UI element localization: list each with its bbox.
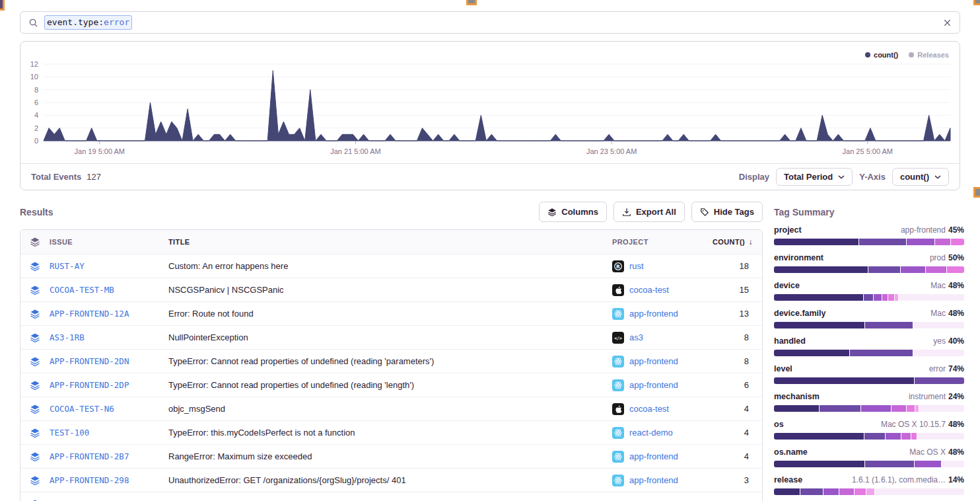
legend-item[interactable]: Releases [909,51,949,59]
issue-link[interactable]: APP-FRONTEND-2DN [50,356,129,366]
tag-bar-segment[interactable] [774,405,819,412]
issue-stack-icon[interactable] [20,428,50,438]
tag-bar-segment[interactable] [875,488,964,495]
project-link[interactable]: cocoa-test [629,404,669,414]
tag-bar-segment[interactable] [913,322,964,328]
issue-stack-icon[interactable] [20,380,50,391]
project-link[interactable]: app-frontend [629,451,678,461]
tag-bar-segment[interactable] [864,433,885,440]
issue-link[interactable]: TEST-100 [50,428,89,438]
issue-link[interactable]: COCOA-TEST-MB [50,285,114,295]
tag-bar-segment[interactable] [917,433,964,440]
issue-link[interactable]: RUST-AY [50,261,85,271]
project-link[interactable]: rust [629,261,644,271]
issue-link[interactable]: COCOA-TEST-N6 [50,404,114,414]
tag-bar-segment[interactable] [774,488,800,495]
export-all-button[interactable]: Export All [613,202,685,222]
tag-distribution-bar[interactable] [774,350,964,356]
tag-bar-segment[interactable] [874,294,881,301]
tag-distribution-bar[interactable] [774,461,964,467]
project-link[interactable]: app-frontend [629,309,678,319]
issue-link[interactable]: APP-FRONTEND-12A [50,309,129,319]
tag-bar-segment[interactable] [919,405,964,412]
tag-bar-segment[interactable] [907,239,935,245]
tag-bar-segment[interactable] [865,322,913,328]
project-link[interactable]: app-frontend [629,380,678,390]
tag-bar-segment[interactable] [886,433,901,440]
tag-bar-segment[interactable] [942,461,964,467]
legend-item[interactable]: count() [865,51,898,59]
tag-bar-segment[interactable] [888,294,893,301]
tag-distribution-bar[interactable] [774,239,964,245]
tag-bar-segment[interactable] [895,294,899,301]
tag-bar-segment[interactable] [839,488,855,495]
tag-distribution-bar[interactable] [774,322,964,328]
issue-stack-icon[interactable] [20,451,50,462]
tag-distribution-bar[interactable] [774,377,964,384]
tag-bar-segment[interactable] [774,350,849,356]
issue-stack-icon[interactable] [20,332,50,343]
tag-distribution-bar[interactable] [774,294,964,301]
tag-bar-segment[interactable] [800,488,823,495]
issue-link[interactable]: APP-FRONTEND-2DP [50,380,129,390]
issue-stack-icon[interactable] [20,356,50,367]
issue-stack-icon[interactable] [20,475,50,486]
tag-bar-segment[interactable] [892,405,907,412]
tag-bar-segment[interactable] [859,239,906,245]
tag-bar-segment[interactable] [913,350,964,356]
issue-link[interactable]: APP-FRONTEND-2B7 [50,451,129,461]
issue-stack-icon[interactable] [20,261,50,272]
issue-link[interactable]: APP-FRONTEND-298 [50,475,129,485]
project-link[interactable]: app-frontend [629,475,678,485]
hide-tags-button[interactable]: Hide Tags [691,202,763,222]
tag-bar-segment[interactable] [855,488,866,495]
resize-handle[interactable] [973,187,980,198]
tag-bar-segment[interactable] [882,294,888,301]
issue-link[interactable]: AS3-1RB [50,332,85,342]
resize-handle[interactable] [466,0,477,5]
tag-bar-segment[interactable] [935,239,950,245]
events-area-chart[interactable]: 024681012Jan 19 5:00 AMJan 21 5:00 AMJan… [20,42,960,164]
tag-bar-segment[interactable] [774,377,914,384]
resize-handle[interactable] [973,0,980,5]
tag-bar-segment[interactable] [947,266,964,273]
issue-stack-icon[interactable] [20,309,50,319]
column-header-count[interactable]: COUNT() ↓ [708,237,762,247]
tag-bar-segment[interactable] [901,433,911,440]
tag-bar-segment[interactable] [865,461,914,467]
tag-bar-segment[interactable] [907,405,914,412]
tag-bar-segment[interactable] [820,405,860,412]
column-header-issue[interactable]: ISSUE [50,238,168,246]
resize-handle[interactable] [0,0,5,11]
tag-bar-segment[interactable] [915,405,919,412]
tag-distribution-bar[interactable] [774,433,964,440]
issue-stack-icon[interactable] [20,499,50,501]
tag-bar-segment[interactable] [915,461,941,467]
column-header-project[interactable]: PROJECT [612,238,708,246]
tag-bar-segment[interactable] [774,266,868,273]
tag-distribution-bar[interactable] [774,488,964,495]
clear-search-icon[interactable] [943,19,952,27]
tag-bar-segment[interactable] [899,294,964,301]
tag-bar-segment[interactable] [926,266,946,273]
tag-bar-segment[interactable] [911,433,917,440]
yaxis-dropdown[interactable]: count() [892,168,949,186]
tag-bar-segment[interactable] [868,266,900,273]
project-link[interactable]: cocoa-test [629,285,669,295]
tag-distribution-bar[interactable] [774,266,964,273]
search-bar[interactable]: event.type:error [20,11,960,34]
tag-bar-segment[interactable] [864,294,873,301]
project-link[interactable]: react-demo [629,428,673,438]
tag-bar-segment[interactable] [866,488,874,495]
tag-bar-segment[interactable] [901,266,925,273]
tag-bar-segment[interactable] [774,461,864,467]
search-query-token[interactable]: event.type:error [44,15,132,30]
tag-distribution-bar[interactable] [774,405,964,412]
tag-bar-segment[interactable] [850,350,912,356]
tag-bar-segment[interactable] [774,239,858,245]
display-dropdown[interactable]: Total Period [776,168,853,186]
column-header-title[interactable]: TITLE [168,238,612,246]
tag-bar-segment[interactable] [951,239,964,245]
chart-legend[interactable]: count()Releases [865,51,949,59]
issue-stack-icon[interactable] [20,285,50,295]
